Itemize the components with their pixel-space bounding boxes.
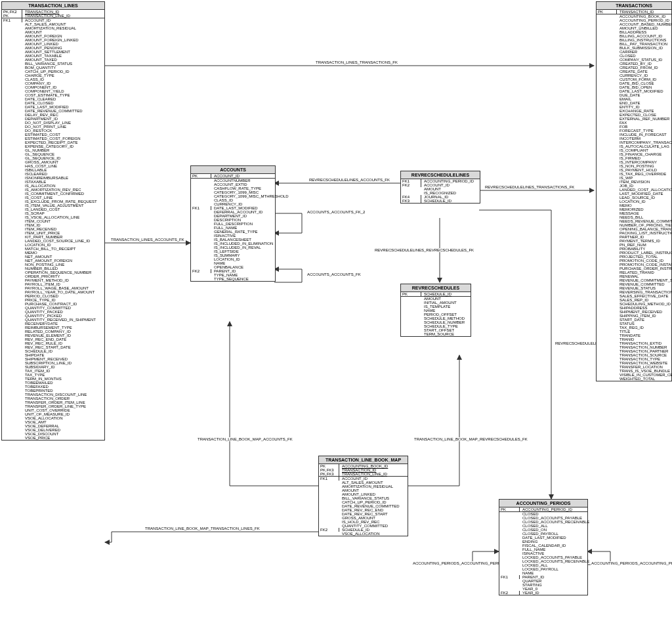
entity-title: ACCOUNTING_PERIODS [499, 500, 587, 507]
entity-title: TRANSACTION_LINE_BOOK_MAP [319, 456, 408, 464]
attr-row: FK3SCHEDULE_ID [401, 199, 480, 203]
rel-label: ACCOUNTS_ACCOUNTS_FK [306, 272, 362, 276]
attr-row: FK2YEAR_ID [499, 591, 587, 595]
entity-revrecschedulelines: REVRECSCHEDULELINESFK1ACCOUNTING_PERIOD_… [400, 171, 480, 204]
attr-row: VSOE_ALLOCATION [319, 532, 408, 536]
entity-accounting-periods: ACCOUNTING_PERIODSPKACCOUNTING_PERIOD_ID… [499, 499, 588, 595]
attr-row: TYPE_SEQUENCE [191, 277, 275, 281]
entity-title: TRANSACTION_LINES [2, 2, 104, 10]
entity-accounts: ACCOUNTSPKACCOUNT_IDACCOUNTNUMBERACCOUNT… [190, 165, 276, 282]
rel-label: ACCOUNTS_ACCOUNTS_FK_2 [306, 210, 366, 214]
rel-label: TRANSACTION_LINE_BOOK_MAP_ACCOUNTS_FK [197, 437, 293, 441]
pk-row: PKACCOUNTING_PERIOD_ID [499, 507, 587, 511]
entity-title: REVRECSCHEDULES [401, 284, 471, 292]
pk-row: PKTRANSACTION_LINE_ID [2, 14, 104, 18]
rel-label: REVRECSCHEDULELINES_REVRECSCHEDULES_FK [374, 248, 474, 252]
rel-label: REVRECSCHEDULELINES_TRANSACTIONS_FK [484, 185, 575, 189]
pk-row: PKACCOUNT_ID [191, 174, 275, 178]
entity-transaction-line-book-map: TRANSACTION_LINE_BOOK_MAPPKACCOUNTING_BO… [318, 456, 408, 536]
rel-label: TRANSACTION_LINES_TRANSACTIONS_FK [315, 60, 398, 64]
pk-row: PK,FK3TRANSACTION_LINE_ID [319, 472, 408, 476]
entity-title: ACCOUNTS [191, 166, 275, 174]
rel-label: TRANSACTION_LINE_BOOK_MAP_TRANSACTION_LI… [144, 527, 261, 530]
attr-row: TERM_SOURCE [401, 332, 471, 336]
attr-row: VSOE_PRICE [2, 436, 104, 440]
rel-label: ACCOUNTING_PERIODS_ACCOUNTING_PERIODS_FK… [591, 561, 672, 565]
pk-row: PKSCHEDULE_ID [401, 292, 471, 296]
rel-label: TRANSACTION_LINES_ACCOUNTS_FK [110, 238, 185, 242]
rel-label: REVRECSCHEDULELINES_ACCOUNTS_FK [308, 178, 390, 182]
entity-transactions: TRANSACTIONSPKTRANSACTION_IDACCOUNTING_B… [596, 1, 672, 381]
rel-label: TRANSACTION_LINE_BOOK_MAP_REVRECSCHEDULE… [413, 437, 528, 441]
entity-title: TRANSACTIONS [597, 2, 671, 10]
pk-row: PKTRANSACTION_ID [597, 10, 671, 14]
entity-title: REVRECSCHEDULELINES [401, 171, 480, 179]
attr-row: WEIGHTED_TOTAL [597, 377, 671, 381]
entity-transaction-lines: TRANSACTION_LINESPK,FK2TRANSACTION_IDPKT… [1, 1, 105, 441]
entity-revrecschedules: REVRECSCHEDULESPKSCHEDULE_IDAMOUNTINITIA… [400, 284, 471, 337]
